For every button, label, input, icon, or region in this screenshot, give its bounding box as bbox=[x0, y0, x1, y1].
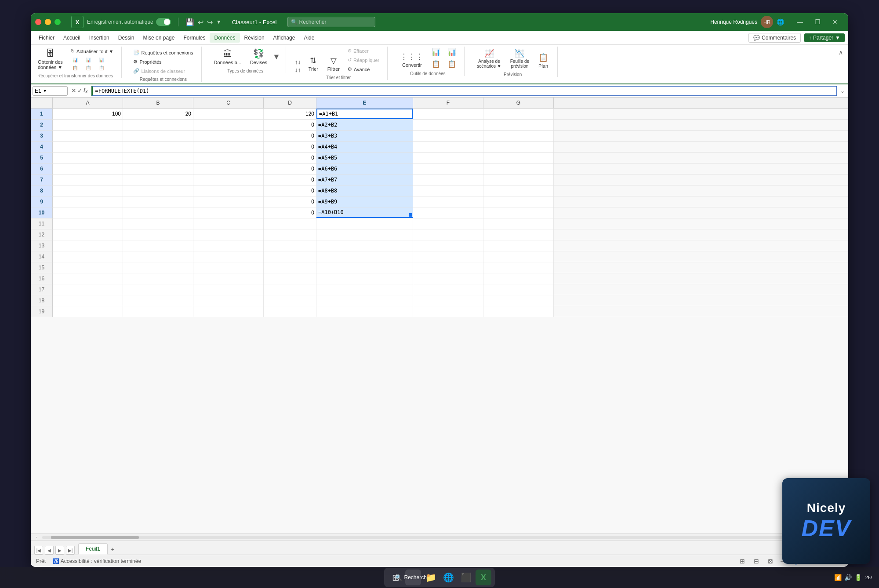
name-box[interactable]: E1 ▼ bbox=[33, 86, 68, 96]
cell-e8[interactable]: =A8+B8 bbox=[316, 185, 413, 196]
cell-e2[interactable]: =A2+B2 bbox=[316, 120, 413, 130]
formula-input[interactable] bbox=[91, 86, 837, 96]
cell-a8[interactable] bbox=[53, 185, 123, 196]
cell-f1[interactable] bbox=[413, 109, 483, 119]
ribbon-btn-reappliquer[interactable]: ↺ Réappliquer bbox=[345, 56, 382, 64]
cell-g6[interactable] bbox=[483, 163, 554, 174]
confirm-formula-icon[interactable]: ✓ bbox=[77, 87, 83, 94]
row-num-19[interactable]: 19 bbox=[31, 306, 53, 317]
menu-aide[interactable]: Aide bbox=[299, 33, 319, 43]
row-num-17[interactable]: 17 bbox=[31, 284, 53, 295]
ribbon-btn-small-3[interactable]: 📊 bbox=[96, 56, 107, 64]
cell-g9[interactable] bbox=[483, 196, 554, 207]
cell-e5[interactable]: =A5+B5 bbox=[316, 152, 413, 163]
ribbon-btn-refresh[interactable]: ↻ Actualiser tout ▼ bbox=[68, 47, 116, 55]
undo-icon[interactable]: ↩ bbox=[198, 18, 203, 26]
menu-mise-en-page[interactable]: Mise en page bbox=[138, 33, 179, 43]
minimize-window-btn[interactable] bbox=[45, 19, 51, 25]
cell-e4[interactable]: =A4+B4 bbox=[316, 142, 413, 152]
row-num-3[interactable]: 3 bbox=[31, 131, 53, 141]
cell-g5[interactable] bbox=[483, 152, 554, 163]
cell-f9[interactable] bbox=[413, 196, 483, 207]
cell-a7[interactable] bbox=[53, 174, 123, 185]
row-num-12[interactable]: 12 bbox=[31, 229, 53, 240]
col-header-e[interactable]: E bbox=[316, 98, 413, 108]
col-header-c[interactable]: C bbox=[193, 98, 264, 108]
ribbon-btn-proprietes[interactable]: ⚙ Propriétés bbox=[131, 58, 196, 66]
cell-e10[interactable]: =A10+B10 bbox=[316, 207, 413, 218]
formula-expand-btn[interactable]: ⌄ bbox=[839, 88, 846, 94]
cell-d4[interactable]: 0 bbox=[264, 142, 316, 152]
scroll-thumb[interactable] bbox=[51, 536, 139, 539]
cell-b2[interactable] bbox=[123, 120, 193, 130]
ribbon-btn-plan[interactable]: 📋 Plan bbox=[534, 51, 552, 70]
ribbon-btn-outils-2[interactable]: 📊 bbox=[445, 47, 459, 58]
taskbar-edge-btn[interactable]: 🌐 bbox=[440, 570, 456, 585]
save-icon[interactable]: 💾 bbox=[185, 18, 194, 26]
insert-function-icon[interactable]: fx bbox=[84, 87, 88, 94]
cell-a4[interactable] bbox=[53, 142, 123, 152]
tab-prev-btn[interactable]: ◀ bbox=[45, 546, 54, 555]
row-num-2[interactable]: 2 bbox=[31, 120, 53, 130]
volume-icon[interactable]: 🔊 bbox=[844, 574, 852, 581]
cell-b5[interactable] bbox=[123, 152, 193, 163]
cell-a1[interactable]: 100 bbox=[53, 109, 123, 119]
cell-b1[interactable]: 20 bbox=[123, 109, 193, 119]
menu-affichage[interactable]: Affichage bbox=[269, 33, 300, 43]
comments-btn[interactable]: 💬 Commentaires bbox=[748, 33, 801, 43]
cell-f7[interactable] bbox=[413, 174, 483, 185]
ribbon-btn-convertir[interactable]: ⋮⋮⋮ Convertir bbox=[396, 50, 427, 69]
tab-first-btn[interactable]: |◀ bbox=[34, 546, 43, 555]
cell-f8[interactable] bbox=[413, 185, 483, 196]
cell-d1[interactable]: 120 bbox=[264, 109, 316, 119]
tab-next-btn[interactable]: ▶ bbox=[55, 546, 64, 555]
name-box-dropdown-icon[interactable]: ▼ bbox=[43, 89, 47, 93]
row-num-10[interactable]: 10 bbox=[31, 207, 53, 218]
page-layout-btn[interactable]: ⊟ bbox=[752, 557, 761, 566]
cell-c9[interactable] bbox=[193, 196, 264, 207]
cell-e7[interactable]: =A7+B7 bbox=[316, 174, 413, 185]
taskbar-terminal-btn[interactable]: ⬛ bbox=[458, 570, 474, 585]
cell-e9[interactable]: =A9+B9 bbox=[316, 196, 413, 207]
ribbon-btn-liaisons[interactable]: 🔗 Liaisons de classeur bbox=[131, 67, 196, 75]
cell-c3[interactable] bbox=[193, 131, 264, 141]
menu-fichier[interactable]: Fichier bbox=[34, 33, 59, 43]
cell-d10[interactable]: 0 bbox=[264, 207, 316, 218]
row-num-1[interactable]: 1 bbox=[31, 109, 53, 119]
cell-c5[interactable] bbox=[193, 152, 264, 163]
ribbon-btn-devises[interactable]: 💱 Devises bbox=[247, 47, 271, 67]
cell-f4[interactable] bbox=[413, 142, 483, 152]
wifi-icon[interactable]: 📶 bbox=[834, 574, 842, 581]
cell-a9[interactable] bbox=[53, 196, 123, 207]
ribbon-btn-small-6[interactable]: 📋 bbox=[96, 64, 107, 72]
cell-d7[interactable]: 0 bbox=[264, 174, 316, 185]
col-header-d[interactable]: D bbox=[264, 98, 316, 108]
horizontal-scrollbar[interactable]: ⋮ bbox=[31, 534, 848, 541]
cell-c11[interactable] bbox=[193, 218, 264, 229]
customize-icon[interactable]: ▼ bbox=[216, 19, 222, 25]
maximize-window-btn[interactable] bbox=[54, 19, 61, 25]
row-num-7[interactable]: 7 bbox=[31, 174, 53, 185]
row-num-11[interactable]: 11 bbox=[31, 218, 53, 229]
cell-e1[interactable]: =A1+B1 bbox=[316, 109, 413, 119]
tab-last-btn[interactable]: ▶| bbox=[66, 546, 75, 555]
cell-a2[interactable] bbox=[53, 120, 123, 130]
col-header-a[interactable]: A bbox=[53, 98, 123, 108]
col-header-f[interactable]: F bbox=[413, 98, 483, 108]
ribbon-btn-small-5[interactable]: 📋 bbox=[83, 64, 94, 72]
share-btn[interactable]: ↑ Partager ▼ bbox=[804, 33, 845, 42]
restore-btn[interactable]: ❐ bbox=[809, 15, 826, 29]
taskbar-excel-btn[interactable]: X bbox=[476, 570, 491, 585]
menu-revision[interactable]: Révision bbox=[240, 33, 269, 43]
cell-c10[interactable] bbox=[193, 207, 264, 218]
cell-d3[interactable]: 0 bbox=[264, 131, 316, 141]
more-types-btn[interactable]: ▼ bbox=[272, 52, 280, 62]
row-num-15[interactable]: 15 bbox=[31, 262, 53, 273]
cell-b8[interactable] bbox=[123, 185, 193, 196]
row-num-8[interactable]: 8 bbox=[31, 185, 53, 196]
cell-g2[interactable] bbox=[483, 120, 554, 130]
page-break-btn[interactable]: ⊠ bbox=[766, 557, 775, 566]
menu-dessin[interactable]: Dessin bbox=[114, 33, 139, 43]
cell-d9[interactable]: 0 bbox=[264, 196, 316, 207]
cell-e6[interactable]: =A6+B6 bbox=[316, 163, 413, 174]
